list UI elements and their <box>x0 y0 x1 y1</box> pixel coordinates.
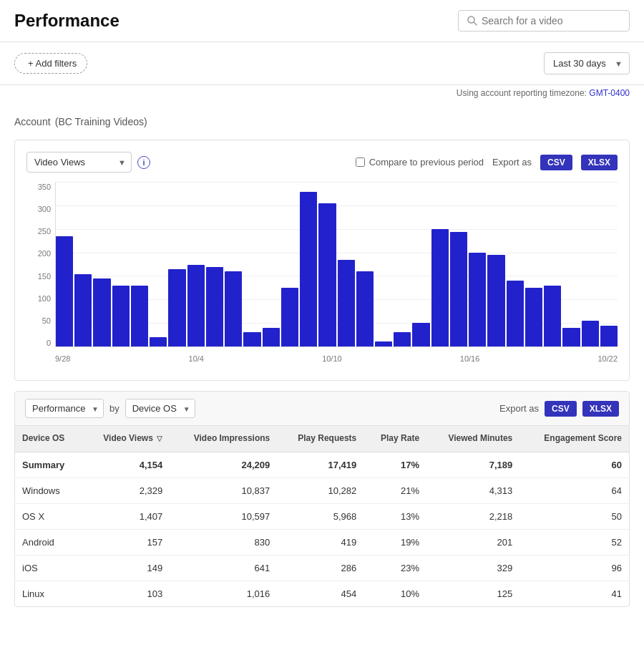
bar-14 <box>318 203 336 346</box>
table-summary-row: Summary 4,154 24,209 17,419 17% 7,189 60 <box>15 452 629 477</box>
col-video-views: Video Views ▽ <box>82 426 170 452</box>
row-video-views: 2,329 <box>82 477 170 503</box>
row-play-requests: 10,282 <box>277 477 364 503</box>
row-device-os: iOS <box>15 555 82 581</box>
row-play-requests: 5,968 <box>277 503 364 529</box>
row-play-requests: 286 <box>277 555 364 581</box>
info-icon[interactable]: i <box>137 156 150 169</box>
compare-checkbox[interactable] <box>356 157 365 167</box>
search-icon <box>467 16 477 26</box>
search-box <box>458 10 630 31</box>
bar-17 <box>375 341 392 346</box>
date-range-select[interactable]: Last 30 days Last 7 days Last 90 days Cu… <box>544 52 630 74</box>
add-filters-label: + Add filters <box>28 58 77 69</box>
row-video-impressions: 641 <box>170 555 277 581</box>
bar-0 <box>56 236 73 346</box>
chart-controls-right: Compare to previous period Export as CSV… <box>356 155 618 170</box>
summary-play-requests: 17,419 <box>277 452 364 477</box>
sort-arrow-icon: ▽ <box>157 435 162 442</box>
col-play-rate: Play Rate <box>364 426 426 452</box>
bar-chart-area: 0 50 100 150 200 250 300 350 9/28 10/4 1… <box>26 183 618 369</box>
y-label-200: 200 <box>38 249 51 258</box>
bar-26 <box>544 286 561 346</box>
bar-19 <box>412 323 429 346</box>
bar-5 <box>150 337 167 346</box>
table-xlsx-button[interactable]: XLSX <box>582 401 619 417</box>
row-video-views: 1,407 <box>82 503 170 529</box>
add-filters-button[interactable]: + Add filters <box>14 53 87 74</box>
bar-15 <box>338 260 355 346</box>
bar-2 <box>93 278 110 346</box>
col-device-os: Device OS <box>15 426 82 452</box>
bar-6 <box>168 269 185 346</box>
compare-text: Compare to previous period <box>369 157 484 168</box>
row-video-views: 149 <box>82 555 170 581</box>
account-section: Account (BC Training Videos) <box>0 104 644 130</box>
table-csv-button[interactable]: CSV <box>545 401 577 417</box>
table-toolbar-left: Performance ▼ by Device OS Country Playe… <box>25 399 195 418</box>
bar-7 <box>187 265 205 347</box>
x-label-1010: 10/10 <box>322 354 342 363</box>
timezone-link[interactable]: GMT-0400 <box>589 88 630 98</box>
bar-29 <box>600 326 618 346</box>
bar-22 <box>469 253 486 346</box>
row-video-views: 157 <box>82 529 170 555</box>
y-label-250: 250 <box>38 227 51 236</box>
table-row: iOS 149 641 286 23% 329 96 <box>15 555 629 581</box>
bar-25 <box>525 288 542 346</box>
chart-controls-left: Video Views Play Rate Video Impressions … <box>26 152 150 173</box>
chart-container: Video Views Play Rate Video Impressions … <box>14 140 630 381</box>
chart-xlsx-button[interactable]: XLSX <box>581 155 618 170</box>
performance-table: Device OS Video Views ▽ Video Impression… <box>15 426 629 606</box>
row-engagement-score: 64 <box>519 477 629 503</box>
x-label-928: 9/28 <box>55 354 70 363</box>
x-axis: 9/28 10/4 10/10 10/16 10/22 <box>55 349 618 369</box>
row-video-impressions: 830 <box>170 529 277 555</box>
bar-18 <box>394 332 411 346</box>
bar-9 <box>225 271 242 346</box>
toolbar: + Add filters Last 30 days Last 7 days L… <box>0 42 644 85</box>
row-video-views: 103 <box>82 581 170 606</box>
table-row: Linux 103 1,016 454 10% 125 41 <box>15 581 629 606</box>
row-viewed-minutes: 201 <box>426 529 519 555</box>
chart-csv-button[interactable]: CSV <box>540 155 572 170</box>
search-input[interactable] <box>482 15 620 26</box>
table-row: Windows 2,329 10,837 10,282 21% 4,313 64 <box>15 477 629 503</box>
metric-select[interactable]: Video Views Play Rate Video Impressions … <box>26 152 132 173</box>
account-subtitle: (BC Training Videos) <box>55 116 147 127</box>
row-viewed-minutes: 329 <box>426 555 519 581</box>
row-play-rate: 10% <box>364 581 426 606</box>
x-label-104: 10/4 <box>189 354 204 363</box>
export-as-label: Export as <box>492 157 532 168</box>
bar-23 <box>487 255 504 346</box>
col-video-impressions: Video Impressions <box>170 426 277 452</box>
row-play-rate: 19% <box>364 529 426 555</box>
date-range-select-wrap: Last 30 days Last 7 days Last 90 days Cu… <box>544 52 630 74</box>
svg-line-1 <box>474 22 477 25</box>
page-title: Performance <box>14 11 119 31</box>
y-axis: 0 50 100 150 200 250 300 350 <box>26 183 55 347</box>
dimension-select[interactable]: Device OS Country Player Video <box>125 399 195 418</box>
row-play-rate: 13% <box>364 503 426 529</box>
row-play-requests: 419 <box>277 529 364 555</box>
row-device-os: OS X <box>15 503 82 529</box>
y-label-300: 300 <box>38 205 51 213</box>
table-header-row: Device OS Video Views ▽ Video Impression… <box>15 426 629 452</box>
table-toolbar-right: Export as CSV XLSX <box>499 401 619 417</box>
summary-video-impressions: 24,209 <box>170 452 277 477</box>
row-device-os: Android <box>15 529 82 555</box>
row-video-impressions: 10,837 <box>170 477 277 503</box>
bar-27 <box>562 328 580 346</box>
header: Performance <box>0 0 644 42</box>
row-device-os: Windows <box>15 477 82 503</box>
compare-label[interactable]: Compare to previous period <box>356 157 484 168</box>
row-play-requests: 454 <box>277 581 364 606</box>
table-section: Performance ▼ by Device OS Country Playe… <box>14 391 630 607</box>
bar-11 <box>263 328 280 346</box>
bar-24 <box>507 281 524 346</box>
table-export-label: Export as <box>499 403 539 414</box>
timezone-text: Using account reporting timezone: <box>457 88 587 98</box>
performance-select[interactable]: Performance <box>25 399 104 418</box>
bar-10 <box>243 332 260 346</box>
performance-select-wrap: Performance ▼ <box>25 399 104 418</box>
